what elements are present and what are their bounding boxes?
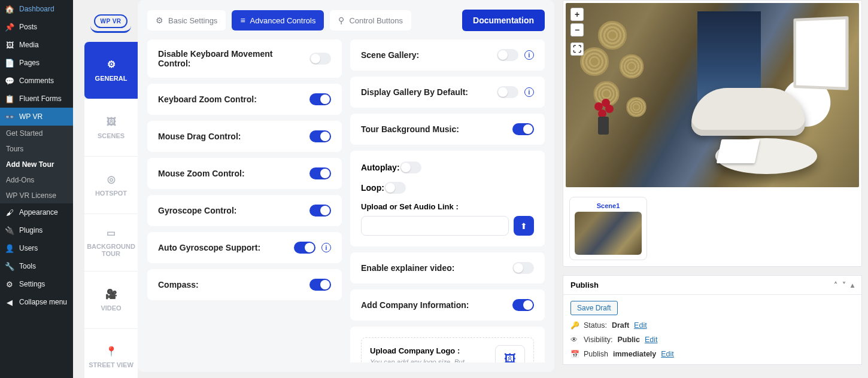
setting-label: Mouse Drag Control: <box>158 132 241 141</box>
tab-basic-settings[interactable]: ⚙Basic Settings <box>147 10 226 31</box>
panel-up-icon[interactable]: ˄ <box>834 281 837 289</box>
setting-label: Disable Keyboard Movement Control: <box>158 49 298 68</box>
schedule-line: 📅 Publish immediately Edit <box>570 350 854 358</box>
tab-street-view[interactable]: 📍STREET VIEW <box>84 329 138 378</box>
tab-label: BACKGROUND TOUR <box>84 243 138 257</box>
toggle-disable-keyboard-movement[interactable] <box>309 53 331 65</box>
comments-icon: 💬 <box>5 76 14 86</box>
menu-users[interactable]: 👤Users <box>0 239 73 257</box>
menu-settings[interactable]: ⚙Settings <box>0 275 73 293</box>
vr-preview[interactable]: + − ⛶ <box>566 3 859 187</box>
row-explainer-video: Enable explainer video: <box>350 252 545 284</box>
tab-background-tour[interactable]: ▭BACKGROUND TOUR <box>84 214 138 272</box>
menu-fluent-forms[interactable]: 📋Fluent Forms <box>0 90 73 108</box>
tab-label: HOTSPOT <box>95 190 127 197</box>
company-upload-title: Upload Company Logo : <box>370 346 485 355</box>
tab-video[interactable]: 🎥VIDEO <box>84 272 138 329</box>
sub-license[interactable]: WP VR License <box>0 188 73 203</box>
toggle-compass[interactable] <box>309 279 331 291</box>
toggle-auto-gyroscope[interactable] <box>294 242 315 254</box>
scene-thumb-image <box>575 212 642 255</box>
toggle-tour-music[interactable] <box>512 123 534 135</box>
info-icon[interactable]: i <box>524 50 534 60</box>
visibility-line: 👁 Visibility: Public Edit <box>570 336 854 344</box>
setting-label: Keyboard Zoom Control: <box>158 94 257 104</box>
info-icon[interactable]: i <box>524 87 534 97</box>
menu-collapse[interactable]: ◀Collapse menu <box>0 293 73 311</box>
setting-label: Display Gallery By Default: <box>361 87 468 97</box>
tab-label: Advanced Controls <box>250 16 316 25</box>
menu-appearance[interactable]: 🖌Appearance <box>0 203 73 221</box>
toggle-explainer[interactable] <box>512 262 534 274</box>
menu-label: Tools <box>19 262 36 270</box>
sub-get-started[interactable]: Get Started <box>0 126 73 141</box>
submenu-wpvr: Get Started Tours Add New Tour Add-Ons W… <box>0 126 73 203</box>
toggle-mouse-zoom[interactable] <box>309 167 331 179</box>
setting-label: Mouse Zoom Control: <box>158 169 245 178</box>
audio-link-input[interactable] <box>361 216 509 236</box>
tab-control-buttons[interactable]: ⚲Control Buttons <box>330 10 411 31</box>
upload-audio-label: Upload or Set Audio Link : <box>361 202 534 211</box>
settings-col-right: Scene Gallery:i Display Gallery By Defau… <box>350 39 545 362</box>
rect-icon: ▭ <box>107 228 116 239</box>
tab-advanced-controls[interactable]: ≡Advanced Controls <box>232 10 324 31</box>
toggle-company-info[interactable] <box>512 299 534 311</box>
settings-top-tabs: ⚙Basic Settings ≡Advanced Controls ⚲Cont… <box>147 10 545 31</box>
save-draft-button[interactable]: Save Draft <box>570 301 618 315</box>
tab-label: SCENES <box>98 132 125 139</box>
toggle-scene-gallery[interactable] <box>497 49 518 61</box>
company-options: Upload Company Logo : You can add any lo… <box>350 327 545 362</box>
schedule-prefix: Publish <box>584 350 608 358</box>
music-options: Autoplay: Loop: Upload or Set Audio Link… <box>350 151 545 246</box>
menu-pages[interactable]: 📄Pages <box>0 54 73 72</box>
tab-scenes[interactable]: 🖼SCENES <box>84 99 138 157</box>
tab-label: Control Buttons <box>349 16 403 25</box>
menu-label: Settings <box>19 280 45 288</box>
fullscreen-button[interactable]: ⛶ <box>570 42 584 56</box>
menu-label: Users <box>19 244 38 252</box>
visibility-edit[interactable]: Edit <box>645 336 658 344</box>
tab-label: GENERAL <box>95 75 128 82</box>
menu-comments[interactable]: 💬Comments <box>0 72 73 90</box>
menu-posts[interactable]: 📌Posts <box>0 18 73 36</box>
row-compass: Compass: <box>147 269 342 300</box>
status-value: Draft <box>612 321 629 330</box>
panel-toggle-icon[interactable]: ▴ <box>851 281 854 289</box>
menu-plugins[interactable]: 🔌Plugins <box>0 221 73 239</box>
zoom-in-button[interactable]: + <box>570 8 584 21</box>
menu-label: Comments <box>19 77 54 85</box>
upload-audio-button[interactable]: ⬆ <box>514 216 534 236</box>
menu-dashboard[interactable]: 🏠Dashboard <box>0 0 73 18</box>
documentation-button[interactable]: Documentation <box>462 10 545 31</box>
setting-label: Compass: <box>158 280 199 289</box>
toggle-display-gallery[interactable] <box>497 86 518 98</box>
toggle-loop[interactable] <box>384 182 406 194</box>
tab-general[interactable]: ⚙GENERAL <box>84 42 138 99</box>
zoom-out-button[interactable]: − <box>570 23 584 36</box>
sub-tours[interactable]: Tours <box>0 141 73 157</box>
upload-logo-button[interactable]: 🖼 <box>495 345 525 362</box>
settings-col-left: Disable Keyboard Movement Control: Keybo… <box>147 39 342 362</box>
toggle-mouse-drag[interactable] <box>309 130 331 142</box>
upload-icon: ⬆ <box>520 221 527 231</box>
toggle-autoplay[interactable] <box>400 161 421 173</box>
menu-tools[interactable]: 🔧Tools <box>0 257 73 275</box>
schedule-edit[interactable]: Edit <box>661 350 674 358</box>
tab-label: Basic Settings <box>168 16 217 25</box>
sub-addons[interactable]: Add-Ons <box>0 172 73 188</box>
toggle-gyroscope[interactable] <box>309 205 331 217</box>
scene-thumbnail[interactable]: Scene1 <box>569 197 647 260</box>
tab-hotspot[interactable]: ◎HOTSPOT <box>84 157 138 214</box>
toggle-keyboard-zoom[interactable] <box>309 93 331 105</box>
menu-media[interactable]: 🖼Media <box>0 36 73 54</box>
pin-icon: 📍 <box>105 346 117 357</box>
menu-wpvr[interactable]: 👓WP VR <box>0 108 73 126</box>
tab-label: VIDEO <box>101 304 121 312</box>
eye-icon: 👁 <box>570 336 579 344</box>
status-edit[interactable]: Edit <box>634 321 647 330</box>
info-icon[interactable]: i <box>321 243 331 252</box>
panel-down-icon[interactable]: ˅ <box>842 281 846 289</box>
sub-add-new-tour[interactable]: Add New Tour <box>0 157 73 172</box>
vr-preview-box: + − ⛶ Scene1 <box>563 0 862 267</box>
menu-label: Media <box>19 41 39 49</box>
